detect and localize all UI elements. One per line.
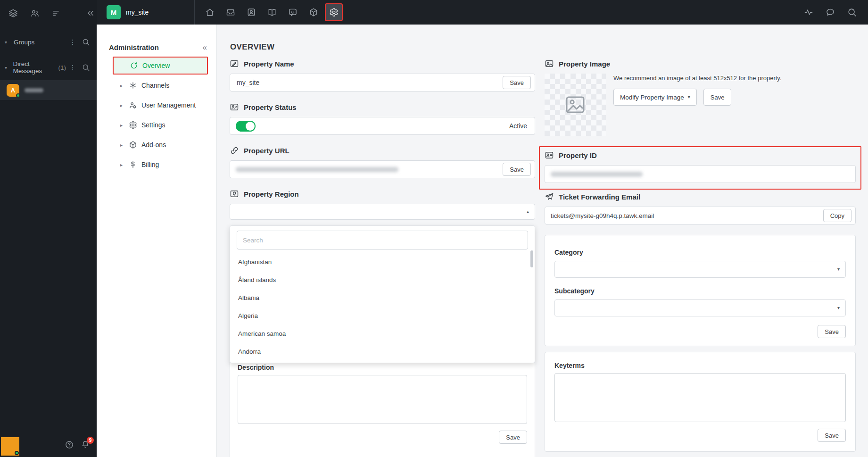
apps-icon[interactable] (304, 3, 323, 22)
inbox-icon[interactable] (221, 3, 240, 22)
chevron-down-icon: ▾ (837, 267, 840, 272)
category-save-button[interactable]: Save (818, 325, 846, 338)
redacted-contact-name (25, 88, 43, 92)
menu-item-settings[interactable]: ▸ Settings (113, 116, 208, 134)
online-status-dot (15, 451, 19, 455)
redacted-property-id (551, 172, 643, 177)
copy-ticket-email-button[interactable]: Copy (823, 209, 851, 222)
subcategory-label: Subcategory (554, 287, 846, 295)
region-option[interactable]: Albania (230, 289, 535, 307)
menu-item-label: Add-ons (141, 141, 166, 149)
image-size-hint: We recommend an image of at least 512x51… (613, 75, 856, 82)
menu-item-addons[interactable]: ▸ Add-ons (113, 136, 208, 154)
top-bar: M my_site (97, 0, 868, 25)
menu-item-channels[interactable]: ▸ Channels (113, 76, 208, 94)
property-name-save-button[interactable]: Save (503, 76, 531, 89)
property-image-placeholder (545, 74, 606, 136)
addons-icon (129, 141, 137, 149)
chat-widget-icon[interactable] (283, 3, 302, 22)
property-region-select[interactable]: ▴ (230, 204, 535, 220)
property-url-section: Property URL Save (230, 145, 535, 178)
region-option[interactable]: American samoa (230, 325, 535, 343)
caret-right-icon[interactable]: ▸ (118, 103, 124, 108)
property-status-toggle[interactable] (236, 121, 256, 132)
workspaces-icon[interactable] (8, 8, 18, 18)
property-status-icon (230, 102, 239, 112)
main-nav (200, 3, 343, 22)
property-status-label: Property Status (244, 103, 297, 111)
home-icon[interactable] (200, 3, 219, 22)
caret-down-icon: ▾ (5, 40, 10, 45)
category-select[interactable]: ▾ (554, 261, 846, 278)
subcategory-select[interactable]: ▾ (554, 299, 846, 316)
admin-panel-title: Administration (109, 43, 159, 51)
activity-icon[interactable] (799, 3, 818, 22)
notifications-icon[interactable]: 9 (81, 440, 90, 449)
direct-messages-section-header[interactable]: ▾ Direct Messages (1) ⋮ (0, 59, 97, 75)
region-search-input[interactable] (237, 231, 528, 249)
region-pin-icon (230, 189, 239, 199)
toggle-knob (246, 122, 255, 131)
region-option[interactable]: Andorra (230, 343, 535, 361)
channels-icon (129, 81, 137, 90)
caret-right-icon[interactable]: ▸ (118, 123, 124, 128)
keyterms-label: Keyterms (554, 362, 846, 369)
caret-right-icon[interactable]: ▸ (118, 83, 124, 88)
messages-icon[interactable] (821, 3, 840, 22)
description-save-button[interactable]: Save (499, 431, 527, 444)
avatar: A (7, 84, 19, 97)
region-options-list: Afghanistan Åland islands Albania Algeri… (230, 253, 535, 361)
description-textarea[interactable] (238, 375, 527, 424)
current-user-avatar[interactable] (1, 437, 19, 456)
search-icon[interactable] (82, 38, 90, 46)
property-name-icon (230, 59, 239, 68)
rail-toolbar (0, 0, 97, 25)
help-icon[interactable] (65, 440, 74, 449)
region-dropdown: Afghanistan Åland islands Albania Algeri… (230, 225, 535, 363)
workspace-rail: ▾ Groups ⋮ ▾ Direct Messages (1) ⋮ A (0, 0, 97, 457)
modify-property-image-dropdown[interactable]: Modify Property Image ▾ (613, 89, 697, 106)
caret-right-icon[interactable]: ▸ (118, 162, 124, 167)
menu-item-billing[interactable]: ▸ Billing (113, 156, 208, 174)
kebab-icon[interactable]: ⋮ (69, 38, 76, 46)
keyterms-textarea[interactable] (554, 373, 846, 422)
property-image-save-button[interactable]: Save (703, 89, 732, 106)
page-title: OVERVIEW (230, 42, 856, 52)
property-name-input[interactable] (236, 78, 498, 87)
admin-menu: Overview ▸ Channels ▸ User Management ▸ … (97, 57, 216, 174)
menu-item-user-management[interactable]: ▸ User Management (113, 96, 208, 114)
region-option[interactable]: Afghanistan (230, 253, 535, 271)
link-icon (230, 146, 239, 155)
chevron-down-icon: ▾ (688, 95, 690, 100)
menu-item-overview[interactable]: Overview (113, 57, 208, 75)
keyterms-save-button[interactable]: Save (818, 429, 846, 442)
settings-icon[interactable] (325, 3, 343, 21)
collapse-rail-icon[interactable] (86, 8, 95, 18)
direct-message-item[interactable]: A (0, 80, 97, 100)
kebab-icon[interactable]: ⋮ (69, 64, 76, 71)
region-option[interactable]: Algeria (230, 307, 535, 325)
search-icon[interactable] (843, 3, 861, 22)
property-avatar: M (107, 5, 121, 19)
notification-badge: 9 (87, 437, 94, 444)
property-url-label: Property URL (244, 147, 289, 155)
overview-icon (130, 61, 138, 70)
caret-right-icon[interactable]: ▸ (118, 142, 124, 148)
menu-item-label: User Management (141, 101, 196, 109)
knowledge-base-icon[interactable] (263, 3, 281, 22)
contacts-icon[interactable] (242, 3, 261, 22)
collapse-panel-icon[interactable]: « (203, 43, 207, 51)
groups-section-header[interactable]: ▾ Groups ⋮ (0, 34, 97, 50)
property-image-section: Property Image We recommend an image of … (545, 58, 856, 136)
region-option[interactable]: Åland islands (230, 271, 535, 289)
overview-page: OVERVIEW Property Name Save Property Sta… (217, 25, 868, 457)
property-status-section: Property Status Active (230, 102, 535, 135)
property-switcher[interactable]: M my_site (97, 0, 195, 25)
search-icon[interactable] (82, 63, 90, 72)
chevron-up-icon: ▴ (527, 209, 529, 214)
filter-icon[interactable] (52, 8, 61, 18)
agents-icon[interactable] (30, 8, 40, 18)
menu-item-label: Channels (141, 82, 169, 89)
property-url-save-button[interactable]: Save (503, 163, 531, 176)
scrollbar-thumb[interactable] (530, 250, 533, 267)
